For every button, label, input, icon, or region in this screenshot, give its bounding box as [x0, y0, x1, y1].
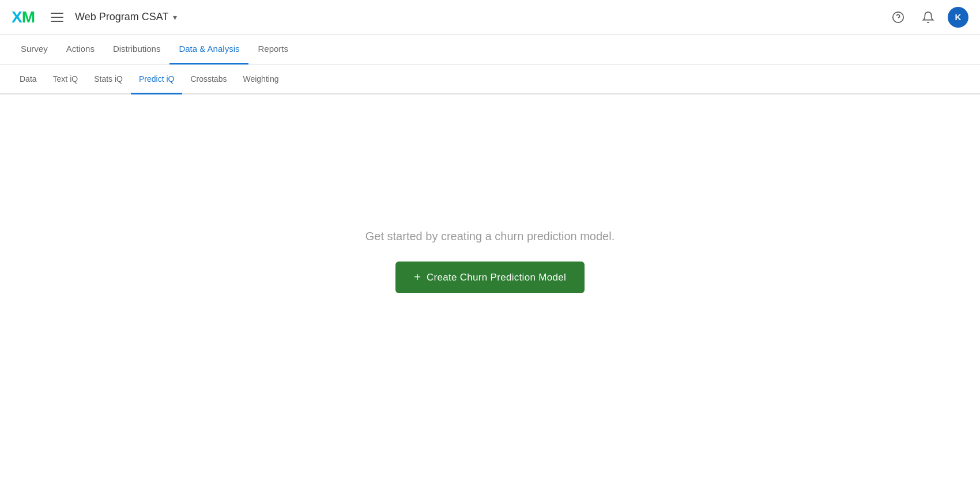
tab-data-analysis[interactable]: Data & Analysis	[169, 35, 248, 65]
project-name: Web Program CSAT	[75, 11, 168, 23]
user-avatar[interactable]: K	[948, 7, 968, 28]
svg-point-0	[893, 12, 903, 22]
project-chevron: ▾	[173, 13, 177, 22]
logo-x: X	[12, 8, 22, 26]
tab-data[interactable]: Data	[12, 65, 45, 94]
hamburger-line-2	[51, 17, 63, 18]
tab-reports[interactable]: Reports	[248, 35, 297, 65]
user-initial: K	[955, 12, 962, 22]
tab-predict-iq[interactable]: Predict iQ	[131, 65, 182, 94]
plus-icon: +	[414, 271, 421, 284]
hamburger-line-3	[51, 21, 63, 22]
tab-survey[interactable]: Survey	[12, 35, 57, 65]
main-content: Get started by creating a churn predicti…	[0, 94, 980, 429]
tab-distributions[interactable]: Distributions	[104, 35, 170, 65]
secondary-nav: Data Text iQ Stats iQ Predict iQ Crossta…	[0, 65, 980, 94]
tab-weighting[interactable]: Weighting	[235, 65, 287, 94]
project-title[interactable]: Web Program CSAT ▾	[75, 11, 177, 23]
help-icon	[892, 11, 904, 24]
create-button-label: Create Churn Prediction Model	[427, 272, 566, 283]
logo-m: M	[22, 8, 35, 26]
notifications-button[interactable]	[918, 7, 938, 28]
top-nav-right: K	[888, 7, 968, 28]
hamburger-line-1	[51, 13, 63, 14]
create-churn-model-button[interactable]: + Create Churn Prediction Model	[395, 262, 585, 293]
primary-nav: Survey Actions Distributions Data & Anal…	[0, 35, 980, 65]
tab-stats-iq[interactable]: Stats iQ	[86, 65, 131, 94]
tab-text-iq[interactable]: Text iQ	[45, 65, 86, 94]
empty-state-message: Get started by creating a churn predicti…	[365, 230, 615, 243]
tab-crosstabs[interactable]: Crosstabs	[182, 65, 235, 94]
help-button[interactable]	[888, 7, 909, 28]
top-nav: XM Web Program CSAT ▾ K	[0, 0, 980, 35]
xm-logo: XM	[12, 8, 35, 26]
bell-icon	[922, 11, 934, 24]
tab-actions[interactable]: Actions	[57, 35, 104, 65]
hamburger-button[interactable]	[46, 8, 68, 26]
